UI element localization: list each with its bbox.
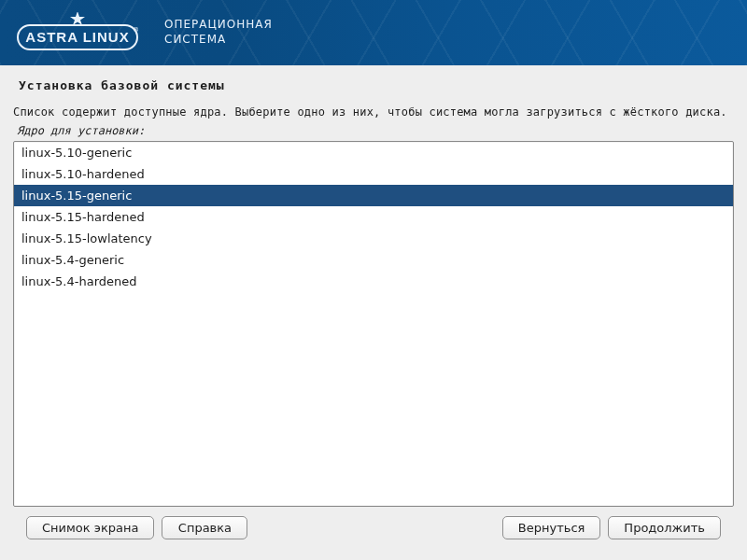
header-subtitle-line2: СИСТЕМА bbox=[164, 33, 273, 48]
kernel-prompt: Ядро для установки: bbox=[17, 124, 734, 137]
footer-button-bar: Снимок экрана Справка Вернуться Продолжи… bbox=[13, 516, 734, 551]
astra-linux-logo: ASTRA LINUX ® bbox=[9, 8, 146, 57]
brand-block: ASTRA LINUX ® ОПЕРАЦИОННАЯ СИСТЕМА bbox=[9, 8, 273, 57]
section-title: Установка базовой системы bbox=[13, 78, 734, 92]
kernel-option[interactable]: linux-5.15-generic bbox=[14, 185, 733, 206]
kernel-listbox[interactable]: linux-5.10-genericlinux-5.10-hardenedlin… bbox=[13, 141, 734, 507]
installer-header: ASTRA LINUX ® ОПЕРАЦИОННАЯ СИСТЕМА bbox=[0, 0, 747, 65]
kernel-option[interactable]: linux-5.15-hardened bbox=[14, 206, 733, 228]
continue-button[interactable]: Продолжить bbox=[608, 516, 721, 539]
kernel-option[interactable]: linux-5.4-generic bbox=[14, 249, 733, 271]
installer-page: Установка базовой системы Список содержи… bbox=[0, 65, 747, 560]
kernel-option[interactable]: linux-5.15-lowlatency bbox=[14, 228, 733, 249]
svg-text:®: ® bbox=[133, 26, 138, 34]
header-subtitle: ОПЕРАЦИОННАЯ СИСТЕМА bbox=[164, 18, 273, 47]
header-subtitle-line1: ОПЕРАЦИОННАЯ bbox=[164, 18, 273, 33]
page-description: Список содержит доступные ядра. Выберите… bbox=[13, 105, 734, 119]
svg-text:ASTRA LINUX: ASTRA LINUX bbox=[25, 29, 129, 45]
kernel-option[interactable]: linux-5.10-generic bbox=[14, 142, 733, 163]
kernel-option[interactable]: linux-5.10-hardened bbox=[14, 163, 733, 185]
help-button[interactable]: Справка bbox=[162, 516, 247, 539]
screenshot-button[interactable]: Снимок экрана bbox=[26, 516, 154, 539]
back-button[interactable]: Вернуться bbox=[502, 516, 601, 539]
kernel-option[interactable]: linux-5.4-hardened bbox=[14, 271, 733, 292]
